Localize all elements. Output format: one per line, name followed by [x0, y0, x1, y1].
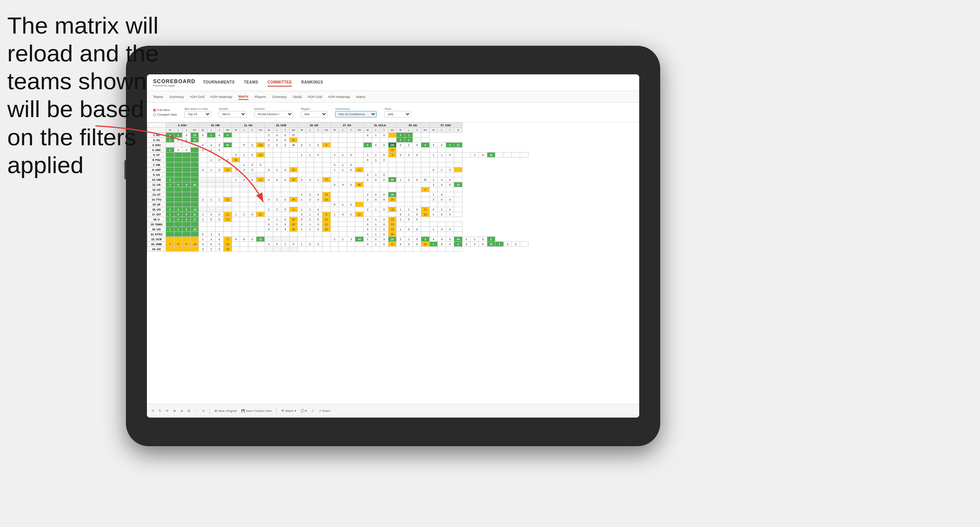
col-ucb: 22. UCB — [265, 123, 298, 128]
uu-dif: Dif — [421, 128, 430, 133]
bottom-toolbar: ↺ ↻ ⟳ ⊕ ⊖ ⊟ ··· ⊙ ⊞ View: Original 💾 Sav… — [147, 404, 639, 418]
subnav-players-matrix[interactable]: Matrix — [356, 94, 366, 100]
ucla-w: W — [363, 128, 372, 133]
su-w: W — [330, 128, 339, 133]
subnav-players-h2h-grid[interactable]: H2H Grid — [308, 94, 322, 100]
conference-filter: Conference Pac-12 Conference (All) ACC B… — [335, 108, 377, 117]
nav-rankings[interactable]: RANKINGS — [301, 79, 323, 87]
subnav-detail[interactable]: Detail — [293, 94, 302, 100]
uu-l: L — [405, 128, 413, 133]
osu-w: W — [429, 128, 438, 133]
share-button[interactable]: ↗ Share — [319, 409, 330, 413]
region-filter: Region N/A (All) East West — [301, 108, 327, 117]
osu-l: L — [438, 128, 446, 133]
conference-select[interactable]: Pac-12 Conference (All) ACC Big 10 SEC — [335, 111, 377, 117]
uo-l: L — [306, 128, 314, 133]
nav-teams[interactable]: TEAMS — [244, 79, 258, 87]
uu-w: W — [397, 128, 405, 133]
toolbar-divider-1 — [210, 408, 210, 414]
save-custom-button[interactable]: 💾 Save Custom View — [241, 409, 272, 413]
uo-t: T — [314, 128, 322, 133]
zoom-in-button[interactable]: ⊕ — [173, 409, 176, 413]
su-t: T — [347, 128, 355, 133]
uo-w: W — [298, 128, 306, 133]
col-uu: 54. UU — [397, 123, 429, 128]
ucla-l: L — [372, 128, 380, 133]
nav-tournaments[interactable]: TOURNAMENTS — [203, 79, 235, 87]
team-select[interactable]: (All) — [384, 111, 411, 117]
watch-button[interactable]: 👁 Watch ▾ — [281, 409, 296, 413]
view-original-button[interactable]: ⊞ View: Original — [214, 409, 237, 413]
ucla-dif: Dif — [388, 128, 397, 133]
uu-t: T — [413, 128, 421, 133]
refresh-button[interactable]: ⟳ — [166, 409, 169, 413]
redo-button[interactable]: ↻ — [159, 409, 161, 413]
ucb-l: L — [273, 128, 281, 133]
subnav-players-summary[interactable]: Summary — [272, 94, 287, 100]
region-select[interactable]: N/A (All) East West — [301, 111, 327, 117]
zoom-out-button[interactable]: ⊖ — [181, 409, 183, 413]
timer-button[interactable]: ⊙ — [202, 409, 205, 413]
col-su: 27. SU — [330, 123, 363, 128]
su-dif: Dif — [355, 128, 364, 133]
team-filter: Team (All) — [384, 108, 411, 117]
undo-button[interactable]: ↺ — [152, 409, 154, 413]
comment-button[interactable]: 💬 ▾ — [301, 409, 307, 413]
nav-committee[interactable]: COMMITTEE — [268, 79, 292, 87]
grid-button[interactable]: ⊟ — [188, 409, 190, 413]
ucb-dif: Dif — [289, 128, 298, 133]
osu-t: T — [446, 128, 454, 133]
team-label: Team — [384, 108, 411, 110]
top-nav: SCOREBOARD Powered by clippd TOURNAMENTS… — [147, 74, 639, 91]
ucb-t: T — [281, 128, 290, 133]
region-label: Region — [301, 108, 327, 110]
nav-items: TOURNAMENTS TEAMS COMMITTEE RANKINGS — [203, 79, 323, 87]
fullscreen-button[interactable]: ⤢ — [311, 409, 314, 413]
more-button[interactable]: ··· — [195, 409, 198, 413]
uo-dif: Dif — [322, 128, 331, 133]
col-uo: 24. UO — [298, 123, 330, 128]
osu-d: D — [454, 128, 463, 133]
annotation-arrow — [0, 95, 267, 248]
toolbar-divider-2 — [276, 408, 277, 414]
su-l: L — [339, 128, 347, 133]
ucla-t: T — [380, 128, 388, 133]
conference-label: Conference — [335, 108, 377, 110]
subnav-players-h2h-heatmap[interactable]: H2H Heatmap — [328, 94, 350, 100]
col-ucla: 31. UCLA — [363, 123, 396, 128]
col-osu: 57. OSU — [429, 123, 462, 128]
